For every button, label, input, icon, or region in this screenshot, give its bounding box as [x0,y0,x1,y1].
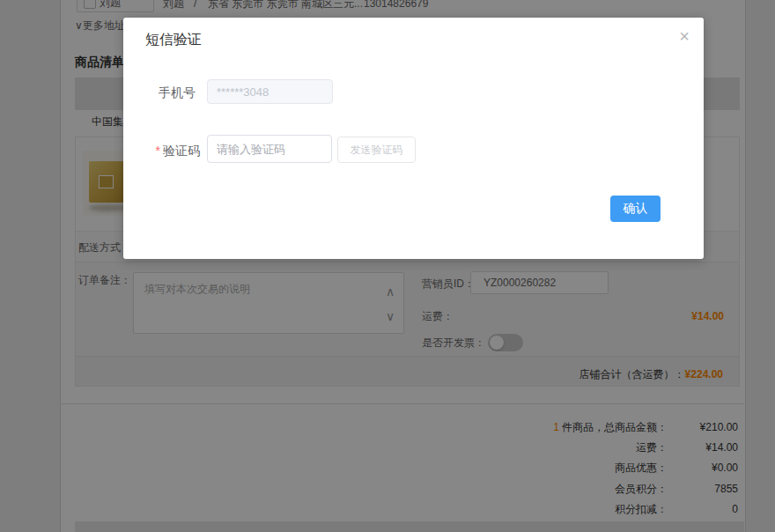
checkout-page: 刘题 刘题 / 东省 东莞市 东莞市 南城区三元... 13014826679 … [0,0,775,532]
code-input[interactable] [207,135,332,163]
code-label: *验证码 [123,144,200,159]
modal-title: 短信验证 [145,31,202,49]
close-icon[interactable]: × [679,28,690,44]
sms-verification-modal: 短信验证 × 手机号 *验证码 发送验证码 确认 [123,18,704,259]
required-mark: * [156,144,160,158]
confirm-button[interactable]: 确认 [610,196,661,222]
phone-input[interactable] [207,79,333,104]
send-code-button[interactable]: 发送验证码 [337,137,416,163]
phone-label: 手机号 [123,85,196,101]
